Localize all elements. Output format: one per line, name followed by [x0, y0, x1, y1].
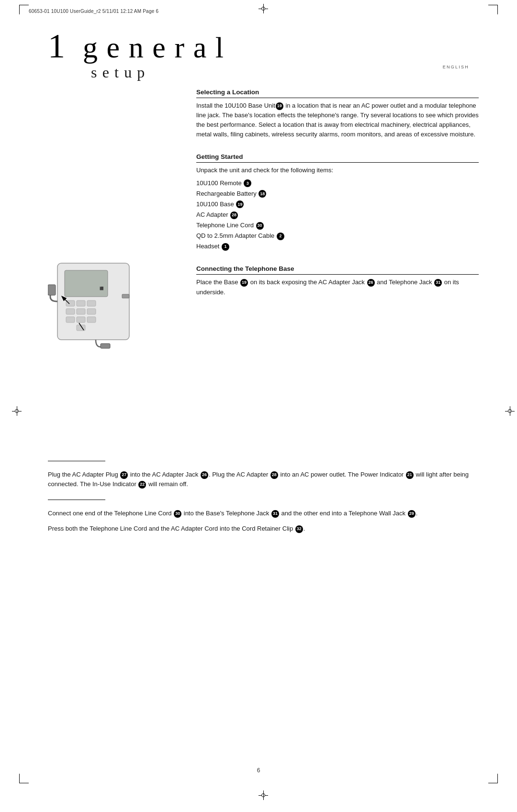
section-heading-location: Selecting a Location	[196, 89, 479, 98]
tel-cord-para2: Press both the Telephone Line Cord and t…	[48, 524, 479, 534]
below-image-section: Plug the AC Adapter Plug 27 into the AC …	[48, 452, 479, 545]
connecting-para1: Place the Base 19 on its back exposing t…	[196, 278, 479, 297]
badge-28b: 28	[270, 471, 278, 479]
crosshair-mark	[258, 790, 268, 800]
section-getting-started: Getting Started Unpack the unit and chec…	[196, 153, 479, 252]
left-crosshair-circle	[15, 409, 19, 413]
svg-rect-12	[48, 285, 56, 295]
svg-rect-10	[87, 317, 96, 323]
section-body-connecting: Place the Base 19 on its back exposing t…	[196, 278, 479, 297]
page-number: 6	[257, 767, 260, 774]
list-item: QD to 2.5mm Adapter Cable 2	[196, 231, 479, 241]
badge-26: 26	[367, 279, 375, 287]
svg-rect-13	[101, 344, 110, 348]
right-column: Selecting a Location Install the 10U100 …	[196, 89, 479, 311]
right-crosshair-circle	[508, 409, 512, 413]
svg-rect-7	[87, 309, 96, 314]
badge-19: 19	[276, 102, 283, 110]
badge-18: 18	[258, 190, 266, 198]
svg-text:⬛: ⬛	[100, 286, 104, 290]
svg-rect-3	[77, 300, 85, 306]
badge-29: 29	[408, 510, 416, 518]
svg-rect-5	[66, 309, 75, 314]
badge-3: 3	[244, 179, 251, 187]
title-main: 1 general ENGLISH	[48, 26, 469, 66]
list-item: Headset 1	[196, 241, 479, 252]
svg-rect-4	[87, 300, 96, 306]
badge-30b: 30	[174, 510, 181, 518]
section-telephone-cord: Connect one end of the Telephone Line Co…	[48, 509, 479, 534]
crosshair-circle	[261, 793, 265, 797]
badge-2: 2	[277, 233, 284, 240]
divider-2	[48, 500, 105, 500]
left-image-column: ⬛	[48, 254, 144, 351]
corner-mark-tr	[488, 5, 498, 14]
location-text-pre: Install the 10U100 Base Unit	[196, 102, 275, 109]
section-selecting-location: Selecting a Location Install the 10U100 …	[196, 89, 479, 140]
section-heading-connecting: Connecting the Telephone Base	[196, 265, 479, 275]
right-crosshair-mark	[505, 406, 515, 416]
getting-started-intro: Unpack the unit and check for the follow…	[196, 166, 479, 175]
title-number: 1	[48, 26, 73, 66]
svg-rect-8	[66, 317, 75, 323]
divider-1	[48, 461, 105, 461]
top-crosshair-circle	[261, 7, 265, 11]
top-crosshair-mark	[258, 4, 268, 13]
badge-19c: 19	[240, 279, 248, 287]
badge-32: 32	[295, 525, 303, 533]
content-area: Selecting a Location Install the 10U100 …	[48, 89, 479, 764]
corner-mark-bl	[19, 774, 29, 783]
badge-28: 28	[230, 211, 238, 219]
badge-27: 27	[120, 471, 128, 479]
svg-rect-9	[77, 317, 85, 323]
corner-mark-tl	[19, 5, 29, 14]
svg-rect-6	[77, 309, 85, 314]
badge-1: 1	[222, 243, 229, 251]
badge-31: 31	[434, 279, 442, 287]
title-word: general	[83, 31, 233, 65]
title-area: 1 general ENGLISH setup	[48, 26, 469, 81]
section-plug-adapter: Plug the AC Adapter Plug 27 into the AC …	[48, 470, 479, 489]
section-body-location: Install the 10U100 Base Unit19 in a loca…	[196, 101, 479, 140]
list-item: 10U100 Remote 3	[196, 178, 479, 189]
plug-adapter-text: Plug the AC Adapter Plug 27 into the AC …	[48, 470, 479, 489]
telephone-cord-text: Connect one end of the Telephone Line Co…	[48, 509, 479, 534]
left-crosshair-mark	[12, 406, 22, 416]
svg-rect-14	[122, 294, 129, 298]
section-heading-started: Getting Started	[196, 153, 479, 163]
plug-para: Plug the AC Adapter Plug 27 into the AC …	[48, 470, 479, 489]
svg-rect-1	[65, 270, 108, 297]
page: 60653-01 10U100 UserGuide_r2 5/11/01 12:…	[0, 0, 517, 812]
doc-info: 60653-01 10U100 UserGuide_r2 5/11/01 12:…	[29, 9, 158, 14]
section-intro-started: Unpack the unit and check for the follow…	[196, 166, 479, 175]
badge-26b: 26	[201, 471, 208, 479]
list-item: 10U100 Base 19	[196, 199, 479, 210]
badge-19b: 19	[236, 200, 244, 208]
badge-30: 30	[256, 222, 264, 230]
badge-21: 21	[406, 471, 414, 479]
list-item: Rechargeable Battery 18	[196, 189, 479, 199]
tel-cord-para1: Connect one end of the Telephone Line Co…	[48, 509, 479, 518]
title-subtitle: setup	[91, 64, 469, 81]
items-list: 10U100 Remote 3 Rechargeable Battery 18 …	[196, 178, 479, 252]
title-language: ENGLISH	[443, 65, 469, 69]
list-item: AC Adapter 28	[196, 210, 479, 220]
section-connecting-base: Connecting the Telephone Base Place the …	[196, 265, 479, 297]
list-item: Telephone Line Cord 30	[196, 220, 479, 231]
badge-22: 22	[138, 481, 146, 489]
badge-31b: 31	[271, 510, 279, 518]
phone-device-image: ⬛	[48, 254, 139, 349]
corner-mark-br	[488, 774, 498, 783]
